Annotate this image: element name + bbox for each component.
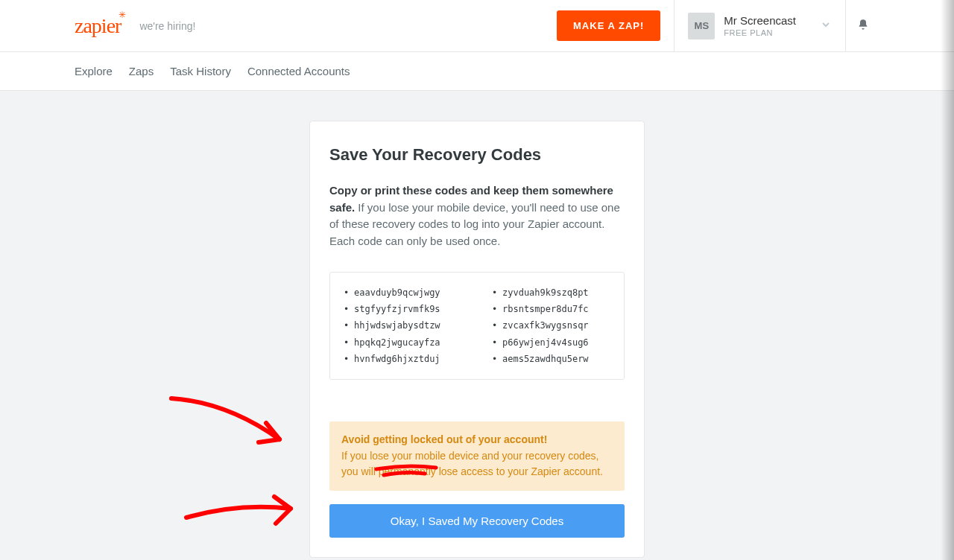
recovery-code: hpqkq2jwgucayfza: [354, 334, 470, 351]
user-menu[interactable]: MS Mr Screencast FREE PLAN: [688, 13, 832, 39]
chevron-down-icon: [820, 19, 832, 34]
recovery-code: eaavduyb9qcwjwgy: [354, 284, 470, 301]
nav-bar: Explore Zaps Task History Connected Acco…: [0, 52, 954, 91]
card-title: Save Your Recovery Codes: [329, 145, 625, 165]
recovery-codes-card: Save Your Recovery Codes Copy or print t…: [309, 121, 645, 558]
logo[interactable]: zapier✳: [75, 14, 121, 38]
avatar: MS: [688, 13, 715, 39]
nav-task-history[interactable]: Task History: [170, 65, 231, 77]
hiring-link[interactable]: we're hiring!: [139, 20, 195, 32]
notifications-button[interactable]: [845, 0, 879, 52]
card-intro: Copy or print these codes and keep them …: [329, 182, 625, 249]
user-plan: FREE PLAN: [724, 28, 796, 37]
nav-zaps[interactable]: Zaps: [129, 65, 154, 77]
content-area: Save Your Recovery Codes Copy or print t…: [0, 91, 954, 560]
user-name: Mr Screencast: [724, 14, 796, 27]
logo-star-icon: ✳: [119, 10, 125, 21]
divider: [674, 0, 675, 52]
recovery-code: p66ywjenj4v4sug6: [502, 334, 618, 351]
alert-title: Avoid getting locked out of your account…: [341, 432, 613, 448]
recovery-code: hhjwdswjabysdtzw: [354, 317, 470, 334]
recovery-code: hvnfwdg6hjxztduj: [354, 351, 470, 367]
recovery-code: zyvduah9k9szq8pt: [502, 284, 618, 301]
alert-body: If you lose your mobile device and your …: [341, 448, 613, 480]
top-bar: zapier✳ we're hiring! MAKE A ZAP! MS Mr …: [0, 0, 954, 52]
recovery-codes-box: eaavduyb9qcwjwgy stgfyyfzjrvmfk9s hhjwds…: [329, 272, 625, 380]
warning-alert: Avoid getting locked out of your account…: [329, 421, 625, 491]
nav-explore[interactable]: Explore: [75, 65, 113, 77]
bell-icon: [857, 19, 869, 34]
recovery-code: stgfyyfzjrvmfk9s: [354, 301, 470, 317]
codes-column-left: eaavduyb9qcwjwgy stgfyyfzjrvmfk9s hhjwds…: [336, 284, 470, 367]
make-zap-button[interactable]: MAKE A ZAP!: [557, 10, 660, 41]
recovery-code: aems5zawdhqu5erw: [502, 351, 618, 367]
nav-connected-accounts[interactable]: Connected Accounts: [247, 65, 350, 77]
recovery-code: zvcaxfk3wygsnsqr: [502, 317, 618, 334]
codes-column-right: zyvduah9k9szq8pt rbsntsmper8du7fc zvcaxf…: [484, 284, 618, 367]
recovery-code: rbsntsmper8du7fc: [502, 301, 618, 317]
saved-codes-button[interactable]: Okay, I Saved My Recovery Codes: [329, 504, 625, 538]
